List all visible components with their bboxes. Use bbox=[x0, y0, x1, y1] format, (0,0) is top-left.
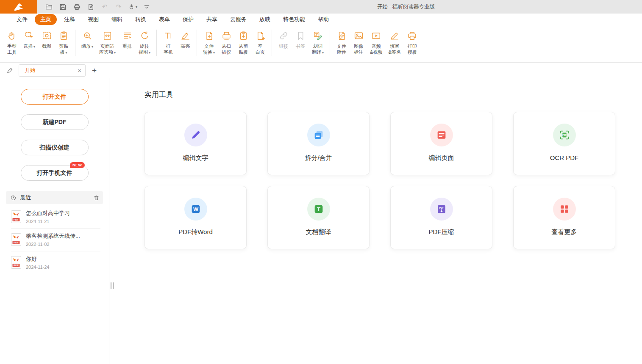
menu-tab-protect[interactable]: 保护 bbox=[177, 14, 199, 25]
new-tab-button[interactable]: + bbox=[92, 66, 97, 74]
ribbon-file-attachment[interactable]: 文件 附件 bbox=[333, 29, 350, 55]
new-pdf-label: 新建PDF bbox=[43, 119, 67, 126]
annotation-pen-icon[interactable] bbox=[4, 65, 15, 76]
translate-icon bbox=[313, 29, 323, 42]
rotate-view-icon bbox=[139, 29, 150, 42]
menu-tab-file[interactable]: 文件 bbox=[11, 14, 33, 25]
tool-card-ocr-pdf[interactable]: PDF OCR PDF bbox=[513, 112, 615, 175]
tool-card-edit-pages[interactable]: 编辑页面 bbox=[390, 112, 492, 175]
touch-mode-icon[interactable]: ▾ bbox=[128, 2, 137, 11]
menu-tab-convert[interactable]: 转换 bbox=[130, 14, 152, 25]
menu-tab-features[interactable]: 特色功能 bbox=[278, 14, 311, 25]
main-panel: 实用工具 编辑文字 拆分/合并 编辑页面 bbox=[109, 78, 642, 364]
ribbon-fit-page-options[interactable]: 页面适 应选项▾ bbox=[96, 29, 119, 55]
clear-recent-trash-icon[interactable] bbox=[93, 195, 100, 201]
tool-card-edit-text[interactable]: 编辑文字 bbox=[145, 112, 247, 175]
ribbon-zoom[interactable]: 缩放▾ bbox=[78, 29, 96, 55]
ribbon-separator bbox=[75, 30, 75, 56]
ribbon-reflow[interactable]: 重排 bbox=[119, 29, 136, 55]
menu-tab-present[interactable]: 放映 bbox=[254, 14, 276, 25]
recent-file-name: 乘客检测系统无线传... bbox=[26, 232, 80, 240]
ribbon-snapshot[interactable]: 截图 bbox=[38, 29, 55, 55]
ribbon-typewriter[interactable]: 打 字机 bbox=[160, 29, 177, 55]
content-area: 打开文件 新建PDF 扫描仪创建 打开手机文件 NEW 最近 PDF 怎么面对高… bbox=[0, 78, 642, 364]
sidebar-resize-handle[interactable] bbox=[111, 282, 114, 289]
ribbon-item-label: 文件 附件 bbox=[337, 44, 346, 55]
ribbon-item-label: 文件 转换 bbox=[203, 44, 214, 55]
ribbon-bookmark[interactable]: 书签 bbox=[292, 29, 309, 55]
recent-file-date: 2024-11-21 bbox=[26, 219, 70, 224]
window-title: 开始 - 福昕阅读器专业版 bbox=[377, 3, 435, 11]
tool-card-pdf-compress[interactable]: PDF PDF压缩 bbox=[390, 186, 492, 249]
document-tab-start[interactable]: 开始 × bbox=[19, 64, 86, 77]
open-file-button[interactable]: 打开文件 bbox=[21, 89, 89, 105]
tool-card-split-merge[interactable]: 拆分/合并 bbox=[267, 112, 370, 175]
ribbon-separator bbox=[156, 30, 157, 56]
recent-file-item[interactable]: PDF 你好 2024-11-24 bbox=[11, 251, 100, 274]
ribbon-blank-page[interactable]: 空 白页 bbox=[252, 29, 269, 55]
ribbon-fill-sign[interactable]: 填写 &签名 bbox=[385, 29, 403, 55]
svg-text:PDF: PDF bbox=[14, 218, 19, 221]
dropdown-caret-icon: ▾ bbox=[66, 51, 67, 55]
tool-card-doc-translate[interactable]: T 文档翻译 bbox=[267, 186, 370, 249]
scanner-create-button[interactable]: 扫描仪创建 bbox=[21, 140, 89, 155]
recent-section-header: 最近 bbox=[6, 191, 103, 204]
link-icon bbox=[278, 29, 289, 42]
menu-tab-home[interactable]: 主页 bbox=[35, 14, 57, 25]
redo-icon[interactable]: ↷ bbox=[114, 2, 123, 11]
hand-icon bbox=[7, 29, 17, 42]
ribbon-from-clipboard[interactable]: 从剪 贴板 bbox=[235, 29, 252, 55]
export-icon[interactable] bbox=[86, 2, 95, 11]
tool-card-label: 查看更多 bbox=[552, 228, 577, 236]
page-title: 实用工具 bbox=[145, 90, 642, 99]
ribbon-item-label: 截图 bbox=[42, 44, 51, 49]
open-file-icon[interactable] bbox=[44, 2, 53, 11]
menu-tab-help[interactable]: 帮助 bbox=[312, 14, 334, 25]
ribbon-separator bbox=[197, 30, 197, 56]
menu-tab-share[interactable]: 共享 bbox=[201, 14, 223, 25]
ocr-pdf-icon: PDF bbox=[553, 124, 576, 146]
blank-page-icon bbox=[255, 29, 266, 42]
svg-text:PDF: PDF bbox=[14, 241, 19, 244]
ribbon-translate[interactable]: 划词 翻译▾ bbox=[309, 29, 327, 55]
ribbon-audio-video[interactable]: 音频 &视频 bbox=[367, 29, 385, 55]
ribbon-highlight[interactable]: 高亮 bbox=[177, 29, 194, 55]
customize-quick-access-icon[interactable] bbox=[142, 2, 151, 11]
ribbon-image-annotation[interactable]: 图像 标注 bbox=[350, 29, 367, 55]
recent-file-item[interactable]: PDF 乘客检测系统无线传... 2022-11-02 bbox=[11, 229, 100, 251]
ribbon-hand-tool[interactable]: 手型 工具 bbox=[3, 29, 20, 55]
menu-tab-view[interactable]: 视图 bbox=[82, 14, 104, 25]
open-mobile-file-button[interactable]: 打开手机文件 NEW bbox=[21, 165, 89, 181]
print-icon[interactable] bbox=[72, 2, 81, 11]
save-icon[interactable] bbox=[58, 2, 67, 11]
view-more-icon bbox=[553, 198, 576, 221]
menu-tab-form[interactable]: 表单 bbox=[153, 14, 175, 25]
ribbon-from-scanner[interactable]: 从扫 描仪 bbox=[218, 29, 235, 55]
open-mobile-file-label: 打开手机文件 bbox=[37, 169, 72, 177]
ribbon-link[interactable]: 链接 bbox=[275, 29, 292, 55]
ribbon-separator bbox=[272, 30, 272, 56]
tool-card-pdf-to-word[interactable]: W PDF转Word bbox=[145, 186, 247, 249]
scanner-icon bbox=[221, 29, 232, 42]
dropdown-caret-icon: ▾ bbox=[213, 51, 215, 55]
ribbon-rotate-view[interactable]: 旋转 视图▾ bbox=[136, 29, 153, 55]
print-template-icon bbox=[407, 29, 417, 42]
menu-tab-comment[interactable]: 注释 bbox=[58, 14, 81, 25]
new-pdf-button[interactable]: 新建PDF bbox=[21, 114, 89, 130]
recent-file-item[interactable]: PDF 怎么面对高中学习 2024-11-21 bbox=[11, 206, 100, 229]
ribbon-item-label: 旋转 视图 bbox=[139, 44, 149, 55]
menu-tab-cloud[interactable]: 云服务 bbox=[225, 14, 252, 25]
ribbon-file-convert[interactable]: 文件 转换▾ bbox=[200, 29, 218, 55]
clipboard-icon bbox=[58, 29, 69, 42]
ribbon-clipboard[interactable]: 剪贴 板▾ bbox=[55, 29, 72, 55]
menu-tab-edit[interactable]: 编辑 bbox=[106, 14, 128, 25]
ribbon-select[interactable]: 选择▾ bbox=[20, 29, 38, 55]
undo-icon[interactable]: ↶ bbox=[100, 2, 109, 11]
ribbon-item-label: 划词 翻译 bbox=[312, 44, 322, 55]
edit-text-icon bbox=[184, 124, 207, 146]
dropdown-caret-icon: ▾ bbox=[322, 51, 324, 55]
ribbon-print-template[interactable]: 打印 模板 bbox=[404, 29, 421, 55]
app-logo-button[interactable] bbox=[0, 0, 37, 14]
tab-close-icon[interactable]: × bbox=[78, 67, 81, 74]
tool-card-view-more[interactable]: 查看更多 bbox=[513, 186, 615, 249]
